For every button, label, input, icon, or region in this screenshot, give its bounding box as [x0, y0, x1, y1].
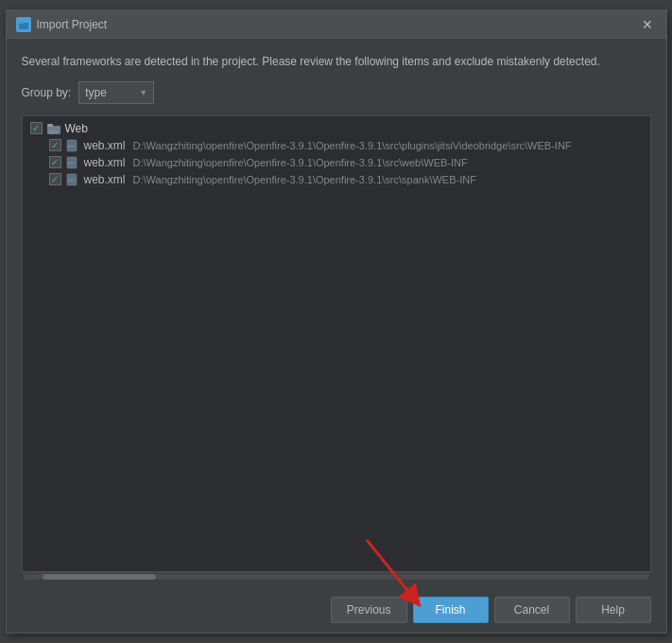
- dialog-body: Several frameworks are detected in the p…: [7, 39, 666, 587]
- xml-file-icon-3: </>: [65, 173, 80, 186]
- title-bar-left: Import Project: [16, 17, 108, 32]
- tree-item-child-3[interactable]: </> web.xml D:\Wangzhiting\openfire\Open…: [23, 171, 650, 188]
- scrollbar-track[interactable]: [24, 574, 649, 580]
- root-web-label: Web: [65, 122, 88, 135]
- svg-rect-3: [47, 124, 53, 127]
- finish-button[interactable]: Finish: [413, 597, 489, 623]
- xml-file-icon-2: </>: [65, 156, 80, 169]
- svg-text:</>: </>: [49, 129, 58, 134]
- scrollbar-thumb: [43, 574, 156, 580]
- group-by-row: Group by: type ▼: [22, 81, 651, 104]
- svg-rect-0: [19, 23, 28, 29]
- dialog-icon: [16, 17, 31, 32]
- description-text: Several frameworks are detected in the p…: [22, 54, 651, 70]
- xml-file-icon-1: </>: [65, 139, 80, 152]
- group-by-value: type: [85, 86, 107, 99]
- title-bar: Import Project ✕: [7, 10, 666, 39]
- close-button[interactable]: ✕: [638, 16, 657, 33]
- import-project-dialog: Import Project ✕ Several frameworks are …: [6, 9, 667, 634]
- child-2-path: D:\Wangzhiting\openfire\Openfire-3.9.1\O…: [133, 157, 468, 168]
- help-button[interactable]: Help: [576, 597, 651, 623]
- group-by-label: Group by:: [22, 86, 72, 99]
- tree-panel[interactable]: </> Web </> web.xml D:\Wangzhiting\openf…: [22, 115, 651, 572]
- dialog-title: Import Project: [37, 18, 108, 31]
- checkbox-web[interactable]: [30, 122, 43, 134]
- scrollbar-area: [22, 572, 651, 580]
- child-3-path: D:\Wangzhiting\openfire\Openfire-3.9.1\O…: [133, 174, 476, 185]
- svg-text:</>: </>: [67, 161, 75, 165]
- tree-item-child-1[interactable]: </> web.xml D:\Wangzhiting\openfire\Open…: [23, 137, 650, 154]
- svg-rect-1: [19, 21, 24, 24]
- web-framework-icon: </>: [46, 122, 61, 135]
- child-1-label: web.xml: [84, 139, 126, 152]
- child-1-path: D:\Wangzhiting\openfire\Openfire-3.9.1\O…: [133, 140, 572, 151]
- dropdown-arrow-icon: ▼: [139, 88, 147, 97]
- svg-text:</>: </>: [67, 178, 75, 182]
- checkbox-child-3[interactable]: [49, 173, 61, 185]
- cancel-button[interactable]: Cancel: [494, 597, 570, 623]
- child-3-label: web.xml: [84, 173, 126, 186]
- checkbox-child-1[interactable]: [49, 139, 61, 151]
- group-by-select[interactable]: type ▼: [78, 81, 154, 104]
- child-2-label: web.xml: [84, 156, 126, 169]
- dialog-footer: Previous Finish Cancel Help: [7, 587, 666, 633]
- tree-item-child-2[interactable]: </> web.xml D:\Wangzhiting\openfire\Open…: [23, 154, 650, 171]
- tree-item-root-web[interactable]: </> Web: [23, 120, 650, 137]
- svg-text:</>: </>: [67, 144, 75, 148]
- checkbox-child-2[interactable]: [49, 156, 61, 168]
- previous-button[interactable]: Previous: [331, 597, 407, 623]
